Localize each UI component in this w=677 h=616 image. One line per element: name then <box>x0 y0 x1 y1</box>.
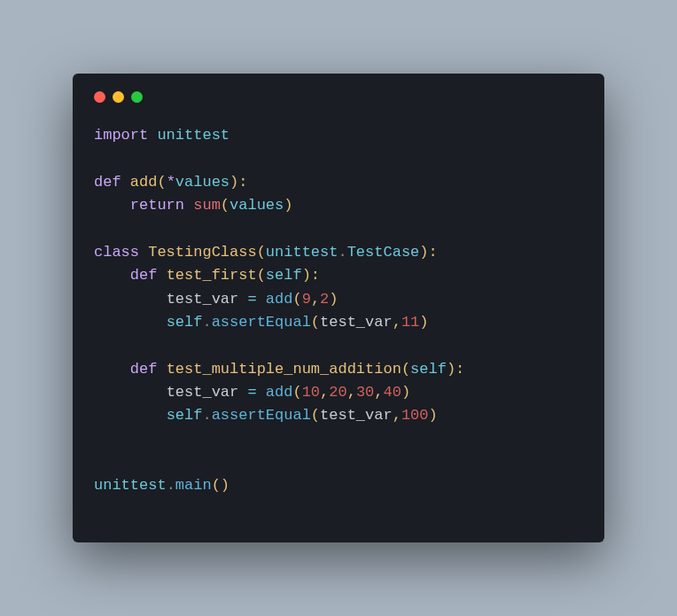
close-icon[interactable] <box>94 91 105 103</box>
code-block: import unittest def add(*values): return… <box>94 124 583 498</box>
code-token <box>94 267 130 284</box>
code-token <box>94 407 167 424</box>
code-token: . <box>338 244 346 261</box>
code-token: 30 <box>356 384 374 401</box>
code-token: . <box>202 314 211 331</box>
code-token: values <box>230 197 284 214</box>
code-token: unittest <box>266 244 338 261</box>
code-token: ): <box>447 361 464 378</box>
titlebar <box>94 91 583 103</box>
code-token: test_var <box>167 384 239 401</box>
code-token: ( <box>311 314 320 331</box>
code-token: , <box>320 384 329 401</box>
minimize-icon[interactable] <box>113 91 124 103</box>
code-token: add <box>266 291 293 308</box>
code-token: , <box>347 384 356 401</box>
code-token: ) <box>429 407 438 424</box>
code-token: ( <box>292 384 301 401</box>
code-window: import unittest def add(*values): return… <box>73 74 604 542</box>
code-token: class <box>94 244 148 261</box>
code-token: ): <box>302 267 320 284</box>
code-token: = <box>238 291 266 308</box>
code-token: test_var <box>167 291 239 308</box>
code-token: ( <box>257 267 266 284</box>
code-token: 9 <box>302 291 311 308</box>
code-token: self <box>167 314 203 331</box>
code-token: , <box>393 314 401 331</box>
code-token: test_var <box>320 407 393 424</box>
code-token: * <box>167 174 175 191</box>
zoom-icon[interactable] <box>131 91 143 103</box>
code-token: assertEqual <box>212 407 311 424</box>
code-token: sum <box>193 197 221 214</box>
code-token: , <box>374 384 383 401</box>
code-token: ( <box>401 361 410 378</box>
code-token: 40 <box>384 384 401 401</box>
code-token: , <box>393 407 401 424</box>
code-token: 10 <box>302 384 320 401</box>
code-token: = <box>238 384 266 401</box>
code-token: import <box>94 127 157 144</box>
code-token: TestCase <box>347 244 420 261</box>
code-token: def <box>94 174 130 191</box>
code-token: ): <box>230 174 247 191</box>
code-token: ) <box>284 197 292 214</box>
code-token: ) <box>401 384 410 401</box>
code-token <box>94 197 130 214</box>
code-token: self <box>266 267 302 284</box>
code-token: ( <box>257 244 266 261</box>
code-token: values <box>175 174 230 191</box>
code-token: unittest <box>157 127 230 144</box>
code-token: test_first <box>167 267 257 284</box>
code-token <box>94 314 167 331</box>
code-token: 100 <box>401 407 429 424</box>
code-token: return <box>130 197 193 214</box>
code-token: add <box>266 384 293 401</box>
code-token: self <box>167 407 203 424</box>
code-token: ) <box>329 291 338 308</box>
code-token: . <box>167 477 175 494</box>
code-token: test_var <box>320 314 393 331</box>
code-token: ( <box>292 291 301 308</box>
code-token: add <box>130 174 158 191</box>
code-token: () <box>212 477 230 494</box>
code-token: , <box>311 291 320 308</box>
code-token: assertEqual <box>212 314 311 331</box>
code-token: def <box>130 267 167 284</box>
code-token <box>94 384 167 401</box>
code-token: ) <box>419 314 428 331</box>
code-token: TestingClass <box>148 244 256 261</box>
code-token: ): <box>419 244 437 261</box>
code-token: 2 <box>320 291 329 308</box>
code-token <box>94 361 130 378</box>
code-token <box>94 291 167 308</box>
code-token: 20 <box>329 384 346 401</box>
code-token: ( <box>311 407 320 424</box>
code-token: main <box>175 477 212 494</box>
code-token: unittest <box>94 477 167 494</box>
code-token: def <box>130 361 167 378</box>
code-token: test_multiple_num_addition <box>167 361 401 378</box>
code-token: 11 <box>401 314 419 331</box>
code-token: self <box>410 361 447 378</box>
code-token: ( <box>157 174 166 191</box>
code-token: ( <box>221 197 230 214</box>
code-token: . <box>202 407 211 424</box>
